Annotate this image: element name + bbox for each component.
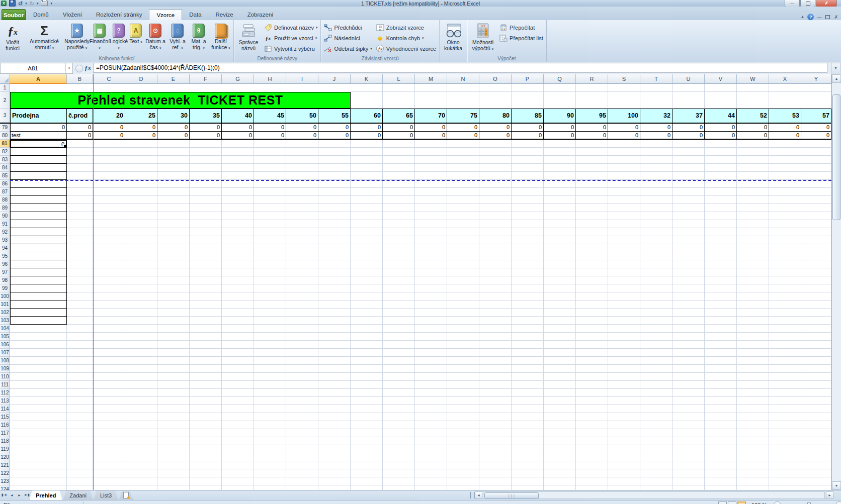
cell[interactable] — [737, 292, 769, 300]
cell[interactable] — [640, 349, 672, 357]
cell[interactable]: 0 — [125, 124, 157, 132]
cell[interactable] — [67, 244, 93, 252]
cell[interactable] — [383, 260, 415, 268]
cell[interactable] — [512, 244, 544, 252]
column-header-L[interactable]: L — [383, 74, 415, 84]
cell[interactable] — [286, 461, 318, 469]
cell[interactable] — [222, 180, 254, 188]
cell[interactable]: 0 — [383, 124, 415, 132]
next-sheet-icon[interactable]: ► — [16, 491, 23, 498]
cell[interactable] — [447, 461, 479, 469]
cell[interactable] — [254, 397, 286, 405]
cell[interactable] — [512, 421, 544, 429]
cell[interactable] — [254, 429, 286, 437]
cell[interactable] — [705, 188, 737, 196]
cell[interactable] — [157, 349, 190, 357]
cell[interactable] — [737, 204, 769, 212]
cell[interactable] — [93, 276, 125, 284]
cell[interactable] — [479, 180, 512, 188]
cell[interactable] — [447, 188, 479, 196]
cell[interactable] — [737, 156, 769, 164]
cell[interactable] — [383, 421, 415, 429]
cell[interactable] — [544, 92, 576, 109]
row-header-96[interactable]: 96 — [0, 260, 10, 268]
cell[interactable] — [769, 156, 801, 164]
cell[interactable] — [318, 188, 351, 196]
cell[interactable] — [640, 284, 672, 292]
cell[interactable] — [254, 477, 286, 485]
cell[interactable] — [447, 437, 479, 445]
cell[interactable] — [415, 92, 447, 109]
row-header-108[interactable]: 108 — [0, 357, 10, 365]
cell[interactable] — [383, 228, 415, 236]
cell[interactable] — [608, 381, 640, 389]
cell[interactable] — [705, 445, 737, 453]
cell[interactable] — [512, 349, 544, 357]
cell[interactable]: 0 — [93, 132, 125, 140]
cell[interactable] — [67, 469, 93, 477]
header-cell-H[interactable]: 45 — [254, 109, 286, 123]
cell[interactable] — [157, 429, 190, 437]
cell[interactable] — [576, 333, 608, 341]
cell[interactable] — [318, 429, 351, 437]
cell[interactable]: 0 — [10, 124, 67, 132]
cell[interactable] — [608, 469, 640, 477]
column-header-K[interactable]: K — [351, 74, 383, 84]
cell[interactable] — [705, 84, 737, 92]
cell[interactable] — [190, 453, 222, 461]
cell[interactable] — [254, 196, 286, 204]
cell[interactable] — [769, 317, 801, 325]
cell[interactable] — [67, 445, 93, 453]
cell[interactable] — [190, 381, 222, 389]
cell[interactable] — [318, 453, 351, 461]
cell[interactable] — [479, 349, 512, 357]
row-header-93[interactable]: 93 — [0, 236, 10, 244]
cell[interactable] — [157, 148, 190, 156]
cell[interactable] — [93, 228, 125, 236]
show-formulas-button[interactable]: 15fx Zobrazit vzorce — [374, 22, 438, 33]
cell[interactable] — [222, 381, 254, 389]
cell[interactable] — [351, 252, 383, 260]
cell[interactable] — [705, 244, 737, 252]
cell[interactable] — [318, 300, 351, 309]
cell[interactable] — [544, 437, 576, 445]
cell[interactable] — [67, 373, 93, 381]
cell[interactable] — [705, 437, 737, 445]
cell[interactable] — [286, 172, 318, 180]
column-header-Q[interactable]: Q — [544, 74, 576, 84]
cell[interactable] — [705, 477, 737, 485]
cell[interactable] — [222, 341, 254, 349]
cell[interactable] — [351, 284, 383, 292]
cell[interactable] — [544, 405, 576, 413]
cell[interactable] — [383, 461, 415, 469]
cell[interactable] — [544, 204, 576, 212]
cell[interactable]: 0 — [190, 124, 222, 132]
cell[interactable] — [10, 477, 67, 485]
column-header-X[interactable]: X — [769, 74, 801, 84]
cell[interactable] — [447, 268, 479, 276]
cell[interactable] — [801, 485, 831, 490]
cell[interactable] — [576, 156, 608, 164]
cell[interactable] — [383, 469, 415, 477]
cell[interactable] — [222, 309, 254, 317]
cell[interactable] — [447, 317, 479, 325]
cell[interactable] — [640, 148, 672, 156]
cell[interactable] — [769, 461, 801, 469]
cell[interactable] — [608, 284, 640, 292]
cell[interactable] — [544, 381, 576, 389]
cell[interactable] — [447, 180, 479, 188]
cell[interactable] — [190, 196, 222, 204]
cell[interactable] — [10, 300, 67, 309]
column-header-R[interactable]: R — [576, 74, 608, 84]
cell[interactable] — [705, 325, 737, 333]
cell[interactable] — [10, 349, 67, 357]
cell[interactable]: 0 — [318, 132, 351, 140]
cell[interactable] — [157, 453, 190, 461]
header-cell-I[interactable]: 50 — [286, 109, 318, 123]
cell[interactable] — [608, 84, 640, 92]
cell[interactable] — [737, 349, 769, 357]
cell[interactable] — [737, 252, 769, 260]
cell[interactable] — [93, 148, 125, 156]
cell[interactable] — [640, 172, 672, 180]
cell[interactable] — [10, 381, 67, 389]
